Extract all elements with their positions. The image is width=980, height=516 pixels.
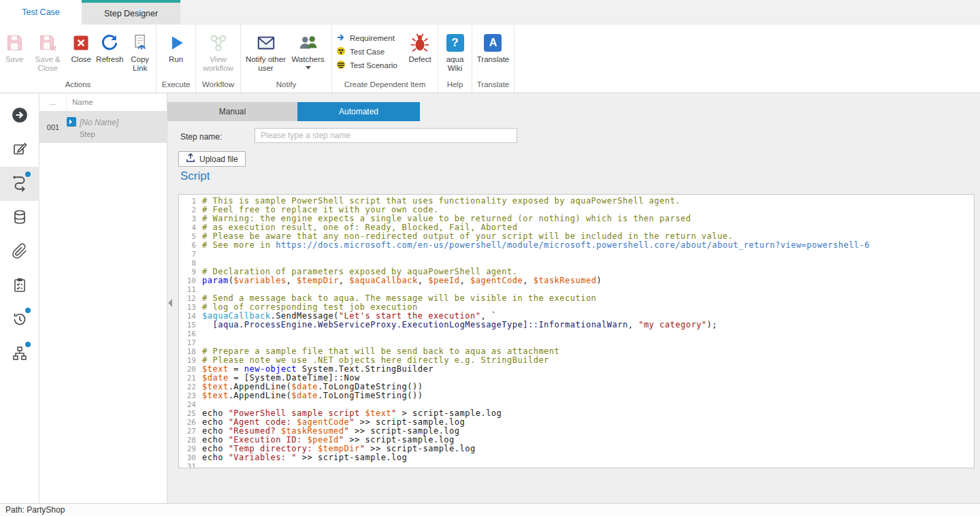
group-label-help: Help [438, 80, 472, 88]
translate-button[interactable]: A Translate [477, 31, 510, 64]
run-button[interactable]: Run [163, 31, 190, 64]
view-workflow-label: View workflow [197, 55, 240, 73]
step-name-label: Step name: [180, 132, 222, 142]
checklist-icon [12, 277, 28, 295]
save-icon [4, 31, 24, 55]
code-line[interactable]: 31 [179, 462, 974, 468]
step-name-text: [No Name] [80, 118, 118, 127]
upload-icon [186, 153, 195, 165]
aqua-wiki-button[interactable]: ? aqua Wiki [439, 31, 471, 73]
document-tabbar: Test Case Step Designer [0, 0, 980, 25]
code-line[interactable]: 30echo "Variables: " >> script-sample.lo… [179, 453, 974, 462]
sidebar-item-expand[interactable] [0, 99, 39, 133]
tab-test-case[interactable]: Test Case [0, 0, 82, 25]
ribbon-group-notify: Notify other user Watchers Notify [241, 25, 332, 93]
test-scenario-icon [336, 60, 346, 71]
group-label-notify: Notify [241, 80, 331, 88]
upload-file-button[interactable]: Upload file [178, 151, 246, 167]
refresh-label: Refresh [96, 55, 123, 64]
notify-other-user-button[interactable]: Notify other user [245, 31, 287, 73]
code-line[interactable]: 23$text.AppendLine($date.ToLongTimeStrin… [179, 391, 974, 400]
code-line[interactable]: 15 [aqua.ProcessEngine.WebServiceProxy.E… [179, 321, 974, 329]
automated-step-icon [67, 117, 76, 129]
ribbon-group-execute: Run Execute [157, 25, 196, 93]
question-mark-icon: ? [446, 31, 464, 55]
notify-other-user-label: Notify other user [245, 55, 287, 73]
column-header-name: Name [67, 98, 93, 106]
code-line[interactable]: 10param($variables, $tempDir, $aquaCallb… [179, 276, 974, 285]
database-icon [12, 209, 28, 227]
sidebar-item-attachments[interactable] [0, 235, 39, 269]
requirement-icon [336, 33, 346, 44]
close-label: Close [71, 55, 91, 64]
close-icon [71, 31, 91, 55]
sidebar-item-hierarchy[interactable] [0, 337, 39, 371]
watchers-label: Watchers [291, 55, 324, 64]
step-number: 001 [39, 123, 67, 131]
paperclip-icon [12, 243, 28, 261]
create-requirement-item[interactable]: Requirement [332, 31, 406, 45]
script-heading: Script [180, 170, 210, 183]
workflow-icon [208, 31, 229, 55]
ribbon-group-create-dependent: Requirement Test Case Test Scenario [332, 25, 438, 93]
create-test-scenario-label: Test Scenario [350, 61, 397, 69]
column-header-dots: ... [39, 93, 67, 111]
tab-manual[interactable]: Manual [167, 102, 297, 121]
tab-automated[interactable]: Automated [297, 102, 420, 121]
step-type-text: Step [67, 130, 118, 138]
ribbon: Save Save & Close Close Refresh [0, 25, 980, 93]
step-designer-content: Manual Automated Step name: Upload file … [167, 93, 980, 503]
step-name-input[interactable] [255, 128, 517, 143]
close-button[interactable]: Close [67, 31, 95, 64]
group-label-execute: Execute [157, 80, 195, 88]
history-clock-icon [12, 311, 28, 329]
ribbon-group-workflow: View workflow Workflow [196, 25, 241, 93]
script-code-editor[interactable]: 1# This is sample PowerShell script that… [178, 194, 975, 468]
ribbon-group-actions: Save Save & Close Close Refresh [0, 25, 157, 93]
translate-icon: A [484, 31, 502, 55]
ribbon-group-translate: A Translate Translate [472, 25, 514, 93]
envelope-icon [256, 31, 276, 55]
code-lines: 1# This is sample PowerShell script that… [179, 197, 974, 468]
sidebar-item-edit[interactable] [0, 133, 39, 167]
code-line[interactable]: 16 [179, 329, 974, 338]
view-workflow-button[interactable]: View workflow [197, 31, 240, 73]
create-test-scenario-item[interactable]: Test Scenario [332, 59, 406, 72]
sidebar-item-history[interactable] [0, 303, 39, 337]
group-label-actions: Actions [0, 80, 156, 88]
mode-tabs: Manual Automated [167, 102, 420, 121]
refresh-button[interactable]: Refresh [96, 31, 123, 64]
translate-label: Translate [477, 55, 510, 64]
create-defect-label: Defect [408, 55, 431, 64]
save-and-close-label: Save & Close [29, 55, 66, 73]
save-and-close-icon [37, 31, 58, 55]
notification-badge [25, 342, 31, 347]
code-line[interactable]: 6# See more in https://docs.microsoft.co… [179, 241, 974, 250]
copy-link-button[interactable]: Copy Link [125, 31, 155, 73]
code-line[interactable]: 7 [179, 250, 974, 259]
watchers-button[interactable]: Watchers [289, 31, 328, 69]
run-label: Run [169, 55, 183, 64]
create-defect-button[interactable]: Defect [406, 31, 434, 64]
notification-badge [25, 308, 31, 313]
steps-list-header: ... Name [39, 93, 167, 112]
test-case-icon [336, 46, 346, 57]
path-text: Path: PartyShop [5, 505, 65, 515]
save-button[interactable]: Save [1, 31, 28, 64]
step-list-item[interactable]: 001 [No Name] Step [39, 112, 167, 143]
sidebar-item-checklist[interactable] [0, 269, 39, 303]
tab-step-designer[interactable]: Step Designer [82, 0, 180, 25]
create-test-case-item[interactable]: Test Case [332, 45, 406, 59]
steps-list-panel: ... Name 001 [No Name] Step [39, 93, 167, 503]
copy-link-icon [131, 31, 150, 55]
edit-pencil-icon [12, 141, 28, 159]
steps-flow-icon [11, 174, 29, 194]
save-label: Save [5, 55, 23, 64]
sidebar-item-data[interactable] [0, 201, 39, 235]
save-and-close-button[interactable]: Save & Close [29, 31, 66, 73]
arrow-right-circle-icon [11, 106, 29, 126]
sidebar-item-steps[interactable] [0, 167, 39, 201]
collapse-panel-arrow[interactable] [167, 297, 173, 308]
status-bar: Path: PartyShop [0, 503, 980, 516]
left-icon-rail [0, 93, 39, 503]
